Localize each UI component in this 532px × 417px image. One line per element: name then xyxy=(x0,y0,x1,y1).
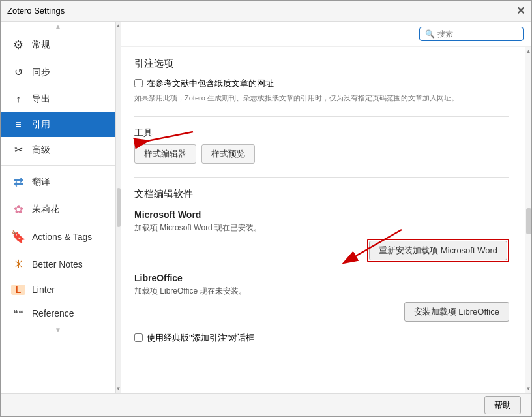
main-window: Zotero Settings ✕ ▲ 常规 同步 xyxy=(0,0,532,417)
sidebar-divider xyxy=(1,165,115,166)
word-desc: 加载项 Microsoft Word 现在已安装。 xyxy=(134,223,509,234)
quote-icon: ≡ xyxy=(11,119,25,131)
sidebar-item-general[interactable]: 常规 xyxy=(1,31,115,59)
flower-icon: ✿ xyxy=(11,202,25,217)
sidebar-label-linter: Linter xyxy=(32,285,55,295)
tools-title: 工具 xyxy=(134,127,509,139)
doc-software-section: 文档编辑软件 Microsoft Word 加载项 Microsoft Word… xyxy=(134,188,509,344)
sidebar-item-better-notes[interactable]: ✳ Better Notes xyxy=(1,251,115,278)
sidebar-label-better-notes: Better Notes xyxy=(32,259,83,270)
include-url-hint: 如果禁用此项，Zotero 生成期刊、杂志或报纸文章的引用时，仅为没有指定页码范… xyxy=(134,93,509,103)
main-scroll-down-arrow[interactable]: ▼ xyxy=(526,386,531,392)
reinstall-word-button[interactable]: 重新安装加载项 Microsoft Word xyxy=(369,241,507,260)
sidebar-label-translate: 翻译 xyxy=(32,176,50,188)
word-btn-row: 重新安装加载项 Microsoft Word xyxy=(134,239,509,262)
classic-dialog-checkbox[interactable] xyxy=(134,333,143,342)
window-title: Zotero Settings xyxy=(7,6,65,16)
sidebar-item-jasmine[interactable]: ✿ 茉莉花 xyxy=(1,196,115,223)
sidebar-scroll-up-arrow[interactable]: ▲ xyxy=(116,23,121,29)
libreoffice-btn-row: 安装加载项 LibreOffice xyxy=(134,302,509,322)
classic-dialog-row: 使用经典版"添加引注"对话框 xyxy=(134,332,509,344)
main-area: 🔍 xyxy=(121,22,531,393)
divider-1 xyxy=(134,116,509,117)
sync-icon xyxy=(11,65,25,79)
title-bar-left: Zotero Settings xyxy=(7,6,65,16)
gear-icon xyxy=(11,38,25,52)
sidebar-item-actions-tags[interactable]: 🔖 Actions & Tags xyxy=(1,223,115,251)
main-scroll-up-arrow[interactable]: ▲ xyxy=(526,48,531,54)
help-button[interactable]: 帮助 xyxy=(484,396,521,414)
include-url-row: 在参考文献中包含纸质文章的网址 xyxy=(134,78,509,89)
doc-software-title: 文档编辑软件 xyxy=(134,188,509,200)
sidebar-item-reference[interactable]: ❝❝ Reference xyxy=(1,301,115,325)
sidebar-item-advanced[interactable]: ✂ 高级 xyxy=(1,137,115,162)
linter-icon: L xyxy=(11,285,25,295)
tools-section: 工具 样式编辑器 样式预览 xyxy=(134,127,509,164)
sidebar-label-actions-tags: Actions & Tags xyxy=(32,232,92,242)
libreoffice-desc: 加载项 LibreOffice 现在未安装。 xyxy=(134,286,509,297)
scroll-down-indicator: ▼ xyxy=(1,325,115,335)
word-section: Microsoft Word 加载项 Microsoft Word 现在已安装。… xyxy=(134,209,509,262)
search-input[interactable] xyxy=(437,29,516,39)
sidebar-label-jasmine: 茉莉花 xyxy=(32,204,59,215)
sidebar-scrollbar[interactable]: ▲ ▼ xyxy=(115,22,121,393)
sidebar-scroll-thumb[interactable] xyxy=(117,188,121,227)
reference-icon: ❝❝ xyxy=(11,308,25,318)
style-preview-button[interactable]: 样式预览 xyxy=(201,144,255,164)
sidebar-item-cite[interactable]: ≡ 引用 xyxy=(1,112,115,137)
libreoffice-section: LibreOffice 加载项 LibreOffice 现在未安装。 安装加载项… xyxy=(134,273,509,322)
cite-options-section: 引注选项 在参考文献中包含纸质文章的网址 如果禁用此项，Zotero 生成期刊、… xyxy=(134,57,509,103)
sidebar-item-export[interactable]: 导出 xyxy=(1,85,115,112)
search-icon: 🔍 xyxy=(425,29,435,39)
sidebar-label-reference: Reference xyxy=(32,308,74,318)
sidebar-label-cite: 引用 xyxy=(32,119,50,131)
sidebar-label-export: 导出 xyxy=(32,93,50,105)
install-libreoffice-button[interactable]: 安装加载项 LibreOffice xyxy=(404,302,509,322)
sidebar-label-advanced: 高级 xyxy=(32,144,50,156)
close-button[interactable]: ✕ xyxy=(516,7,525,16)
include-url-checkbox[interactable] xyxy=(134,79,143,87)
reinstall-word-highlight: 重新安装加载项 Microsoft Word xyxy=(367,239,509,262)
main-scroll-thumb[interactable] xyxy=(526,208,531,234)
better-notes-icon: ✳ xyxy=(11,257,25,271)
sidebar: ▲ 常规 同步 导出 ≡ 引用 xyxy=(1,22,121,393)
style-editor-button[interactable]: 样式编辑器 xyxy=(134,144,196,164)
sidebar-item-linter[interactable]: L Linter xyxy=(1,278,115,301)
main-header: 🔍 xyxy=(121,22,531,47)
sidebar-item-translate[interactable]: ⇄ 翻译 xyxy=(1,168,115,196)
sidebar-scroll: ▲ 常规 同步 导出 ≡ 引用 xyxy=(1,22,115,393)
sidebar-label-sync: 同步 xyxy=(32,67,50,78)
title-bar: Zotero Settings ✕ xyxy=(1,1,531,22)
window-body: ▲ 常规 同步 导出 ≡ 引用 xyxy=(1,22,531,393)
sidebar-item-sync[interactable]: 同步 xyxy=(1,59,115,85)
tools-btn-row: 样式编辑器 样式预览 xyxy=(134,144,509,164)
advanced-icon: ✂ xyxy=(11,144,25,156)
search-box[interactable]: 🔍 xyxy=(419,27,524,41)
include-url-label: 在参考文献中包含纸质文章的网址 xyxy=(147,78,274,89)
scroll-up-indicator: ▲ xyxy=(1,22,115,31)
libreoffice-name: LibreOffice xyxy=(134,273,509,283)
main-scrollbar[interactable]: ▲ ▼ xyxy=(525,47,531,393)
sidebar-scroll-down-arrow[interactable]: ▼ xyxy=(116,386,121,392)
translate-icon: ⇄ xyxy=(11,175,25,189)
bookmark-icon: 🔖 xyxy=(11,230,25,244)
main-scroll-area: 引注选项 在参考文献中包含纸质文章的网址 如果禁用此项，Zotero 生成期刊、… xyxy=(121,47,525,393)
word-name: Microsoft Word xyxy=(134,209,509,220)
sidebar-label-general: 常规 xyxy=(32,39,50,51)
classic-dialog-label: 使用经典版"添加引注"对话框 xyxy=(147,332,254,344)
cite-options-title: 引注选项 xyxy=(134,57,509,70)
upload-icon xyxy=(11,92,25,106)
bottom-bar: 帮助 xyxy=(1,393,531,416)
divider-2 xyxy=(134,177,509,178)
